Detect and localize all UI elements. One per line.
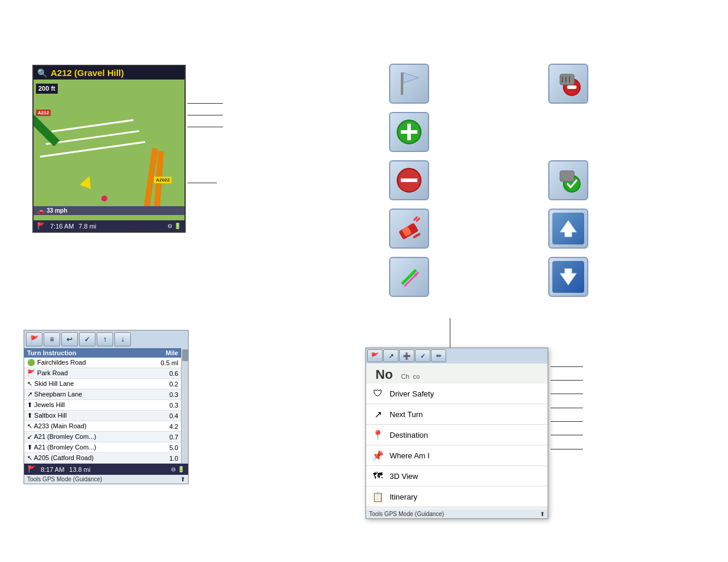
map-footer: 🚩 7:16 AM 7.8 mi ⊖ 🔋 [34,220,185,232]
table-row[interactable]: ⬆ Jewels Hill 0.3 [24,400,181,411]
itinerary-btn-list[interactable]: ≡ [44,332,60,346]
menu-item-label: 3D View [390,472,418,481]
itinerary-btn-flag[interactable]: 🚩 [26,332,42,346]
itinerary-time: 8:17 AM [41,466,64,473]
menu-item-where-am-i[interactable]: 📌 Where Am I [366,445,548,466]
svg-rect-24 [560,171,574,181]
move-up-button[interactable] [548,209,588,249]
row-name: 🟢 Fairchildes Road [24,358,144,368]
row-name: ⬆ Jewels Hill [24,400,144,411]
dropdown-btn-edit[interactable]: ✏ [431,349,446,362]
row-mile: 1.0 [144,453,182,464]
row-name: 🚩 Park Road [24,368,144,379]
itinerary-btn-undo[interactable]: ↩ [61,332,78,346]
row-mile: 0.2 [144,379,182,389]
flag-icon [393,68,425,100]
map-speed: 33 mph [47,207,67,214]
menu-item-itinerary[interactable]: 📋 Itinerary [366,487,548,507]
callout-line-3 [187,127,223,127]
dropdown-header-co: co [413,373,420,380]
itinerary-footer: Tools GPS Mode (Guidance) ⬆ [24,475,188,484]
row-name: ⬆ Saltbox Hill [24,411,144,421]
annot-line-5 [551,421,583,422]
dropdown-btn-check[interactable]: ✓ [415,349,430,362]
menu-item-label: Driver Safety [390,389,434,398]
3d-view-icon: 🗺 [371,469,385,483]
table-row[interactable]: ↖ Skid Hill Lane 0.2 [24,379,181,389]
move-down-button[interactable] [548,257,588,297]
itinerary-dist: 13.8 mi [69,466,90,473]
callout-line-4 [187,183,217,183]
map-title: A212 (Gravel Hill) [51,68,124,78]
row-mile: 0.3 [144,389,182,400]
route-arrow-button[interactable] [389,257,429,297]
svg-rect-0 [401,72,403,95]
map-footer-time: 7:16 AM [50,223,74,230]
dropdown-panel: 🚩 ↗ ➕ ✓ ✏ No Ch co 🛡 Driver Safety ↗ Nex… [365,348,548,519]
table-row[interactable]: ↗ Sheepbarn Lane 0.3 [24,389,181,400]
next-turn-icon: ↗ [371,407,385,421]
map-search-icon: 🔍 [37,68,47,78]
menu-item-destination[interactable]: 📍 Destination [366,425,548,445]
scrollbar[interactable] [181,348,188,464]
where-am-i-icon: 📌 [371,448,385,462]
flag-button[interactable] [389,64,429,104]
map-flag-icon: 🚩 [37,222,45,230]
dropdown-btn-arrow[interactable]: ↗ [383,349,398,362]
table-row[interactable]: ↖ A233 (Main Road) 4.2 [24,421,181,432]
annot-line-4 [551,408,583,408]
menu-item-label: Destination [390,431,428,439]
table-row[interactable]: ⬆ A21 (Bromley Com...) 5.0 [24,442,181,453]
accept-button[interactable] [548,160,588,200]
table-row[interactable]: ↖ A205 (Catford Road) 1.0 [24,453,181,464]
delete-button[interactable] [548,64,588,104]
dropdown-footer-icon: ⬆ [540,511,545,517]
menu-item-next-turn[interactable]: ↗ Next Turn [366,404,548,425]
row-mile: 0.7 [144,432,182,442]
dropdown-header: No [371,367,397,382]
table-row[interactable]: ⬆ Saltbox Hill 0.4 [24,411,181,421]
map-distance-value: 200 ft [38,85,55,92]
dropdown-toolbar: 🚩 ↗ ➕ ✓ ✏ [366,348,548,363]
map-panel: 🔍 A212 (Gravel Hill) 200 ft A212 A2022 ▲… [32,65,186,233]
dropdown-callout-line [450,318,450,351]
driver-safety-icon: 🛡 [371,386,385,401]
plus-icon [393,116,425,148]
menu-item-3d-view[interactable]: 🗺 3D View [366,466,548,487]
dropdown-footer: Tools GPS Mode (Guidance) ⬆ [366,510,548,518]
row-name: ↙ A21 (Bromley Com...) [24,432,144,442]
road-label-a212: A212 [36,110,51,116]
menu-item-driver-safety[interactable]: 🛡 Driver Safety [366,384,548,404]
row-mile: 0.3 [144,400,182,411]
dropdown-btn-plus[interactable]: ➕ [399,349,414,362]
row-name: ⬆ A21 (Bromley Com...) [24,442,144,453]
menu-item-label: Itinerary [390,492,417,501]
destination-icon: 📍 [371,428,385,442]
remove-waypoint-button[interactable] [389,160,429,200]
location-dot [101,196,107,201]
itinerary-btn-down[interactable]: ↓ [114,332,131,346]
svg-marker-26 [560,269,577,285]
table-row[interactable]: 🟢 Fairchildes Road 0.5 ml [24,358,181,368]
svg-rect-18 [567,85,577,89]
minus-icon [393,164,425,196]
table-row[interactable]: ↙ A21 (Bromley Com...) 0.7 [24,432,181,442]
green-arrow-icon [393,261,425,293]
itinerary-btn-up[interactable]: ↑ [97,332,113,346]
itinerary-footer-label: Tools GPS Mode (Guidance) [27,476,102,482]
delete-route-button[interactable] [389,209,429,249]
add-waypoint-button[interactable] [389,112,429,152]
itinerary-toolbar: 🚩 ≡ ↩ ✓ ↑ ↓ [24,330,188,348]
row-mile: 0.4 [144,411,182,421]
itinerary-panel: 🚩 ≡ ↩ ✓ ↑ ↓ Turn Instruction Mile 🟢 Fair… [24,330,189,484]
itinerary-btn-check[interactable]: ✓ [79,332,95,346]
table-row[interactable]: 🚩 Park Road 0.6 [24,368,181,379]
itinerary-table: Turn Instruction Mile 🟢 Fairchildes Road… [24,348,181,464]
dropdown-btn-flag[interactable]: 🚩 [367,349,383,362]
road-label-a2022: A2022 [154,177,172,183]
map-distance-badge: 200 ft [36,84,58,94]
itinerary-icon: 📋 [371,490,385,504]
row-mile: 0.5 ml [144,358,182,368]
row-name: ↖ A233 (Main Road) [24,421,144,432]
annot-line-1 [551,366,583,367]
